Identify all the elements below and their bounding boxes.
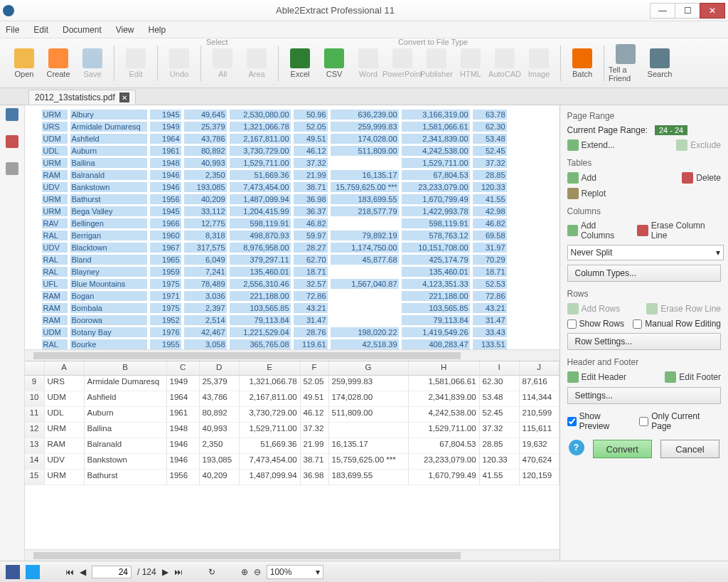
row-settings-button[interactable]: Row Settings... — [567, 333, 721, 350]
close-button[interactable]: ✕ — [700, 3, 725, 18]
tab-close-icon[interactable]: ✕ — [119, 92, 129, 102]
pdf-row[interactable]: RALBerrigan19608,318498,870.9359.9779,89… — [42, 229, 560, 241]
grid-row[interactable]: 14UDVBankstown1946193,0857,473,454.0038.… — [25, 454, 560, 470]
pdf-row[interactable]: UDMAshfield196443,7862,167,811.0049.5117… — [42, 132, 560, 144]
pdf-row[interactable]: UDVBankstown1946193,0857,473,454.0038.71… — [42, 181, 560, 193]
cancel-button[interactable]: Cancel — [660, 440, 719, 458]
pdf-row[interactable]: UDLAuburn196180,8923,730,729.0046.12511,… — [42, 144, 560, 157]
attachments-icon[interactable] — [6, 162, 18, 175]
html-icon — [461, 48, 481, 68]
add-columns-button[interactable]: Add Columns — [567, 221, 631, 240]
pdf-row[interactable]: URMAlbury194549,6452,530,080.0050.96636,… — [42, 108, 560, 120]
replot-button[interactable]: Replot — [567, 188, 606, 199]
minimize-button[interactable]: — — [650, 3, 675, 18]
convert-image-button[interactable]: Image — [522, 48, 556, 78]
toolbar-group-convert: Convert to File Type — [398, 38, 468, 46]
show-rows-checkbox[interactable]: Show Rows — [567, 319, 624, 329]
split-mode-dropdown[interactable]: Never Split▾ — [567, 245, 724, 260]
edit-button[interactable]: Edit — [119, 48, 153, 78]
undo-button[interactable]: Undo — [162, 48, 196, 78]
create-button[interactable]: Create — [41, 48, 75, 78]
convert-excel-button[interactable]: Excel — [283, 48, 317, 78]
save-button[interactable]: Save — [75, 48, 109, 78]
pdf-row[interactable]: RALBourke19553,058365,765.08119.6142,518… — [42, 338, 560, 349]
batch-button[interactable]: Batch — [565, 48, 599, 78]
menu-document[interactable]: Document — [63, 25, 102, 35]
pdf-row[interactable]: UDVBlacktown1967317,5758,976,958.0028.27… — [42, 241, 560, 253]
erase-row-button[interactable]: Erase Row Line — [646, 303, 721, 314]
convert-button[interactable]: Convert — [593, 440, 652, 458]
pdf-row[interactable]: RAMBombala19752,397103,565.8543.21103,56… — [42, 302, 560, 314]
convert-publisher-button[interactable]: Publisher — [419, 48, 454, 78]
toolbar-group-select: Select — [206, 38, 228, 46]
add-table-button[interactable]: Add — [567, 172, 596, 184]
open-button[interactable]: Open — [7, 48, 41, 78]
tell-friend-button[interactable]: Tell a Friend — [609, 44, 643, 83]
page-number-input[interactable] — [92, 566, 132, 578]
edit-header-button[interactable]: Edit Header — [567, 371, 626, 383]
column-types-button[interactable]: Column Types... — [567, 265, 721, 282]
zoom-in-button[interactable]: ⊕ — [241, 567, 248, 577]
convert-word-button[interactable]: Word — [351, 48, 385, 78]
bookmarks-icon[interactable] — [6, 135, 18, 148]
edit-footer-button[interactable]: Edit Footer — [665, 371, 721, 383]
twitter-icon[interactable] — [26, 565, 40, 579]
grid-row[interactable]: 12URMBallina194840,9931,529,711.0037.321… — [25, 423, 560, 438]
search-button[interactable]: Search — [643, 48, 677, 78]
convert-csv-button[interactable]: CSV — [317, 48, 351, 78]
menu-help[interactable]: Help — [149, 25, 166, 35]
pdf-row[interactable]: RAMBogan19713,036221,188.0072.86221,188.… — [42, 290, 560, 302]
grid-horizontal-scrollbar[interactable] — [25, 549, 560, 561]
pdf-row[interactable]: URMBallina194840,9931,529,711.0037.321,5… — [42, 157, 560, 169]
thumbnails-icon[interactable] — [6, 108, 18, 121]
only-current-page-checkbox[interactable]: Only Current Page — [639, 411, 721, 431]
convert-html-button[interactable]: HTML — [454, 48, 488, 78]
grid-row[interactable]: 11UDLAuburn196180,8923,730,729.0046.1251… — [25, 407, 560, 423]
help-icon[interactable]: ? — [569, 440, 584, 455]
pdf-row[interactable]: RAMBoorowa19522,51479,113.8431.4779,113.… — [42, 314, 560, 326]
first-page-button[interactable]: ⏮ — [65, 567, 74, 577]
last-page-button[interactable]: ⏭ — [174, 567, 183, 577]
grid-row[interactable]: 15URMBathurst195640,2091,487,099.9436.98… — [25, 470, 560, 485]
prev-page-button[interactable]: ◀ — [80, 567, 86, 577]
pdf-horizontal-scrollbar[interactable] — [25, 349, 560, 361]
grid-row[interactable]: 13RAMBalranald19462,35051,669.3621.9916,… — [25, 438, 560, 454]
hf-settings-button[interactable]: Settings... — [567, 387, 721, 404]
exclude-range-button[interactable]: Exclude — [676, 139, 721, 151]
replot-icon — [567, 188, 579, 199]
select-area-button[interactable]: Area — [240, 48, 274, 78]
left-sidebar — [0, 105, 25, 561]
select-all-button[interactable]: All — [205, 48, 240, 78]
pdf-row[interactable]: URSArmidale Dumaresq194925,3791,321,066.… — [42, 120, 560, 132]
facebook-icon[interactable] — [6, 565, 20, 579]
pdf-row[interactable]: URMBathurst195640,2091,487,099.9436.9818… — [42, 193, 560, 205]
delete-table-button[interactable]: Delete — [682, 172, 721, 184]
spreadsheet-preview[interactable]: AB CD EF GH IJ 9URSArmidale Dumaresq1949… — [25, 361, 560, 549]
menu-view[interactable]: View — [116, 25, 134, 35]
next-page-button[interactable]: ▶ — [162, 567, 168, 577]
grid-row[interactable]: 9URSArmidale Dumaresq194925,3791,321,066… — [25, 376, 560, 391]
convert-ppt-button[interactable]: PowerPoint — [385, 48, 419, 78]
maximize-button[interactable]: ☐ — [675, 3, 700, 18]
manual-row-editing-checkbox[interactable]: Manual Row Editing — [633, 319, 721, 329]
pdf-row[interactable]: RALBlayney19597,241135,460.0118.71135,46… — [42, 265, 560, 277]
document-tab[interactable]: 2012_13statistics.pdf ✕ — [28, 90, 136, 105]
show-preview-checkbox[interactable]: Show Preview — [567, 411, 633, 431]
menu-file[interactable]: File — [6, 25, 19, 35]
pdf-row[interactable]: RAVBellingen196612,775598,119.9146.82598… — [42, 217, 560, 229]
add-rows-button[interactable]: Add Rows — [567, 303, 621, 314]
zoom-out-button[interactable]: ⊖ — [254, 567, 261, 577]
erase-column-button[interactable]: Erase Column Line — [637, 221, 721, 240]
grid-row[interactable]: 10UDMAshfield196443,7862,167,811.0049.51… — [25, 391, 560, 407]
menu-edit[interactable]: Edit — [33, 25, 48, 35]
pdf-row[interactable]: RAMBalranald19462,35051,669.3621.9916,13… — [42, 169, 560, 181]
pdf-preview-pane[interactable]: URMAlbury194549,6452,530,080.0050.96636,… — [25, 105, 560, 349]
convert-autocad-button[interactable]: AutoCAD — [488, 48, 522, 78]
extend-range-button[interactable]: Extend... — [567, 139, 615, 151]
pdf-row[interactable]: RALBland19656,049379,297.1162.7045,877.6… — [42, 253, 560, 265]
pdf-row[interactable]: UFLBlue Mountains197578,4892,556,310.463… — [42, 277, 560, 290]
rotate-button[interactable]: ↻ — [208, 567, 215, 577]
pdf-row[interactable]: UDMBotany Bay197642,4671,221,529.0428.76… — [42, 326, 560, 338]
pdf-row[interactable]: URMBega Valley194533,1121,204,415.9936.3… — [42, 205, 560, 217]
zoom-dropdown[interactable]: 100%▾ — [267, 565, 323, 579]
